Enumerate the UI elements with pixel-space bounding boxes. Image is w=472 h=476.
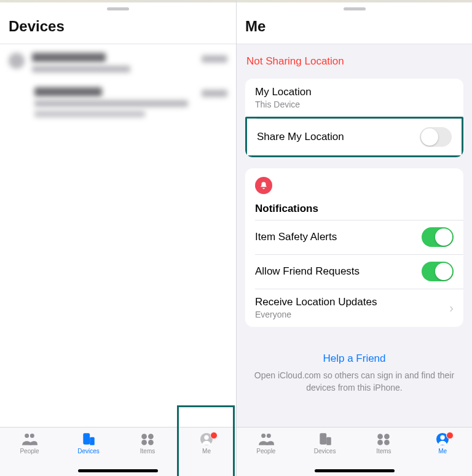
svg-rect-2 xyxy=(83,433,90,444)
svg-point-9 xyxy=(204,435,208,440)
devices-title: Devices xyxy=(9,18,227,35)
svg-point-10 xyxy=(261,434,266,438)
receive-updates-cell[interactable]: Receive Location Updates Everyone › xyxy=(245,289,463,327)
badge-dot xyxy=(210,432,218,439)
item-safety-toggle[interactable] xyxy=(422,227,454,247)
tab-devices[interactable]: Devices xyxy=(296,432,355,455)
help-friend-sub: Open iCloud.com so others can sign in an… xyxy=(249,370,460,394)
svg-point-17 xyxy=(384,440,390,445)
people-icon xyxy=(22,432,37,446)
map-peek xyxy=(0,0,236,2)
my-location-title: My Location xyxy=(255,86,454,98)
sheet-grabber[interactable] xyxy=(344,7,366,10)
home-indicator[interactable] xyxy=(78,469,158,472)
friend-requests-toggle[interactable] xyxy=(422,262,454,281)
share-location-title: Share My Location xyxy=(257,131,420,143)
share-location-toggle[interactable] xyxy=(420,127,452,147)
location-card: My Location This Device Share My Locatio… xyxy=(245,79,463,157)
device-distance-redacted xyxy=(202,90,227,97)
svg-point-14 xyxy=(378,434,384,439)
device-sub-redacted xyxy=(32,66,130,72)
svg-point-15 xyxy=(384,434,390,439)
tab-label: People xyxy=(20,448,39,455)
device-sub-redacted xyxy=(34,100,188,107)
notifications-heading: Notifications xyxy=(255,203,454,215)
tab-bar: People Devices Items Me xyxy=(0,427,236,476)
devices-list xyxy=(0,44,236,427)
my-location-sub: This Device xyxy=(255,99,454,109)
notifications-card: Notifications Item Safety Alerts Allow F… xyxy=(245,168,463,327)
tab-me[interactable]: Me xyxy=(177,432,236,455)
me-title: Me xyxy=(245,18,463,35)
help-block: Help a Friend Open iCloud.com so others … xyxy=(237,338,472,394)
svg-rect-12 xyxy=(320,433,326,444)
svg-point-1 xyxy=(30,434,34,438)
devices-icon xyxy=(317,432,333,446)
my-location-cell[interactable]: My Location This Device xyxy=(245,79,463,117)
device-name-redacted xyxy=(32,53,106,62)
friend-requests-title: Allow Friend Requests xyxy=(255,265,422,278)
device-name-redacted xyxy=(34,87,102,96)
device-distance-redacted xyxy=(202,55,227,63)
sheet-grabber[interactable] xyxy=(107,7,129,10)
bell-icon xyxy=(255,177,272,194)
me-pane: Me Not Sharing Location My Location This… xyxy=(236,0,472,476)
friend-requests-cell: Allow Friend Requests xyxy=(245,254,463,289)
sharing-status: Not Sharing Location xyxy=(237,44,472,79)
item-safety-title: Item Safety Alerts xyxy=(255,231,422,243)
devices-icon xyxy=(81,432,96,446)
tab-me[interactable]: Me xyxy=(413,432,472,455)
tab-label: Items xyxy=(376,448,391,455)
map-peek xyxy=(237,0,472,2)
tab-people[interactable]: People xyxy=(237,432,296,455)
item-safety-cell: Item Safety Alerts xyxy=(245,220,463,254)
items-icon xyxy=(140,432,155,446)
home-indicator[interactable] xyxy=(315,469,395,472)
tab-items[interactable]: Items xyxy=(118,432,177,455)
svg-point-16 xyxy=(378,440,384,445)
me-content: Not Sharing Location My Location This De… xyxy=(237,44,472,427)
people-icon xyxy=(258,432,274,446)
svg-point-6 xyxy=(141,440,147,445)
device-icon xyxy=(9,53,25,69)
chevron-right-icon: › xyxy=(449,302,454,314)
share-location-cell: Share My Location xyxy=(245,117,463,157)
svg-point-11 xyxy=(267,434,271,438)
svg-point-4 xyxy=(141,434,147,439)
tab-label: Devices xyxy=(77,448,100,455)
tab-label: Me xyxy=(202,448,211,455)
tab-label: Devices xyxy=(314,448,336,455)
svg-rect-13 xyxy=(326,437,331,445)
items-icon xyxy=(376,432,391,446)
tab-people[interactable]: People xyxy=(0,432,59,455)
help-friend-link[interactable]: Help a Friend xyxy=(323,353,385,365)
receive-updates-title: Receive Location Updates xyxy=(255,296,449,308)
tab-label: Items xyxy=(140,448,155,455)
svg-point-0 xyxy=(25,434,29,438)
svg-rect-3 xyxy=(90,437,95,445)
svg-point-5 xyxy=(148,434,154,439)
tab-devices[interactable]: Devices xyxy=(59,432,118,455)
svg-point-19 xyxy=(440,435,444,440)
receive-updates-sub: Everyone xyxy=(255,310,449,319)
device-sub-redacted xyxy=(34,111,145,117)
tab-bar: People Devices Items Me xyxy=(237,427,472,476)
tab-items[interactable]: Items xyxy=(355,432,414,455)
devices-pane: Devices xyxy=(0,0,236,476)
tab-label: Me xyxy=(438,448,447,455)
badge-dot xyxy=(446,432,454,439)
tab-label: People xyxy=(256,448,275,455)
device-row[interactable] xyxy=(0,44,236,79)
svg-point-7 xyxy=(148,440,154,445)
device-row[interactable] xyxy=(0,79,236,123)
